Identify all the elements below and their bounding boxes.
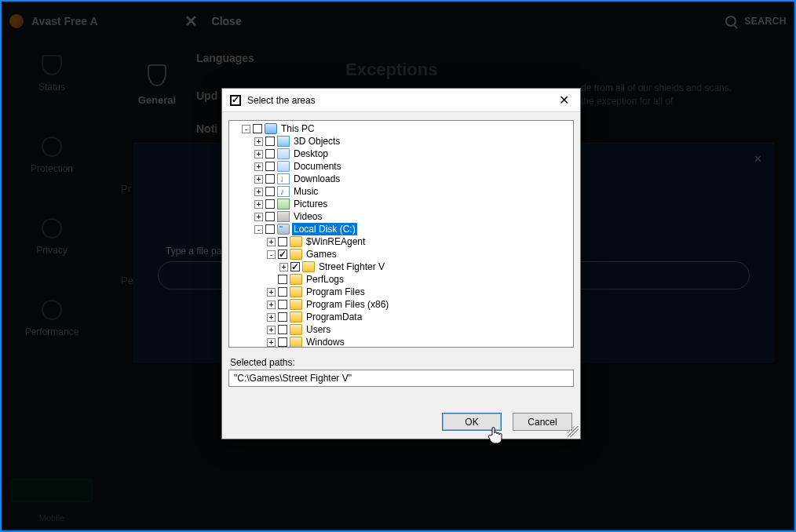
expand-icon[interactable]: + (267, 288, 276, 297)
expand-icon[interactable]: + (254, 137, 263, 146)
app-logo-icon (9, 14, 24, 28)
rail-item-performance[interactable]: Performance (2, 286, 102, 344)
tree-node-documents[interactable]: + Documents (231, 160, 573, 173)
checkbox[interactable] (253, 124, 262, 133)
ok-button[interactable]: OK (442, 413, 502, 431)
folder-icon (277, 148, 290, 159)
rail-label: Privacy (2, 245, 102, 256)
rail-item-privacy[interactable]: Privacy (2, 204, 102, 262)
folder-icon (277, 136, 290, 147)
page-desc: de from all of our shields and scans. th… (581, 82, 785, 108)
checkbox[interactable] (265, 199, 275, 209)
tree-node-3d-objects[interactable]: + 3D Objects (231, 135, 573, 148)
performance-icon (42, 300, 62, 320)
cancel-button[interactable]: Cancel (513, 413, 572, 431)
checkbox[interactable] (278, 300, 287, 309)
resize-grip-icon[interactable] (568, 426, 579, 437)
expand-icon[interactable]: + (279, 263, 288, 271)
selected-paths-label: Selected paths: (230, 357, 295, 368)
checkbox[interactable] (278, 325, 287, 334)
checkbox[interactable] (265, 149, 275, 159)
spacer (267, 275, 276, 284)
folder-icon (290, 337, 302, 347)
tree-node-videos[interactable]: + Videos (231, 210, 573, 223)
selected-paths-field[interactable]: "C:\Games\Street Fighter V" (228, 370, 574, 387)
rail-promo-button[interactable] (11, 479, 93, 502)
expand-icon[interactable]: + (267, 301, 276, 309)
expand-icon[interactable]: + (254, 188, 263, 196)
tree-label: Games (305, 248, 338, 261)
collapse-icon[interactable]: - (254, 225, 263, 234)
expand-icon[interactable]: + (254, 200, 263, 209)
checkbox[interactable] (278, 287, 287, 297)
tree-label: $WinREAgent (305, 235, 367, 248)
expand-icon[interactable]: + (267, 338, 276, 347)
selected-paths-value: "C:\Games\Street Fighter V" (234, 373, 352, 384)
tree-label: Program Files (305, 286, 367, 298)
tree-node-program-files[interactable]: + Program Files (231, 286, 573, 298)
checkbox[interactable] (265, 212, 275, 221)
expand-icon[interactable]: + (267, 238, 276, 246)
checkbox[interactable] (265, 224, 275, 234)
dialog-checkbox-icon (230, 95, 241, 106)
expand-icon[interactable]: + (267, 313, 276, 322)
search-button[interactable]: SEARCH (725, 16, 787, 27)
close-button[interactable]: ✕ Close (184, 12, 242, 31)
sidebar-item-general[interactable]: General (102, 41, 212, 106)
tree-node-local-disk-c[interactable]: - Local Disk (C:) (231, 223, 573, 235)
select-areas-dialog: Select the areas ✕ - This PC + 3 (221, 88, 581, 439)
rail-item-status[interactable]: Status (2, 41, 102, 99)
tree-node-games[interactable]: - Games (231, 248, 573, 261)
sidebar-sub-p1[interactable]: Pr (102, 178, 137, 199)
tree-label: Program Files (x86) (305, 298, 390, 311)
tree-node-program-files-x86[interactable]: + Program Files (x86) (231, 298, 573, 311)
expand-icon[interactable]: + (254, 150, 263, 159)
close-label: Close (212, 15, 242, 27)
sidebar-sub-p2[interactable]: Per (102, 270, 137, 291)
tree-node-music[interactable]: + Music (231, 185, 573, 198)
tree-node-this-pc[interactable]: - This PC (231, 122, 573, 135)
checkbox-checked[interactable] (278, 250, 287, 259)
expand-icon[interactable]: + (254, 175, 263, 184)
dialog-close-icon[interactable]: ✕ (556, 93, 572, 107)
checkbox[interactable] (278, 337, 287, 347)
panel-close-icon[interactable]: ✕ (754, 153, 762, 165)
checkbox[interactable] (278, 275, 287, 284)
tree-node-users[interactable]: + Users (231, 323, 573, 336)
tree-node-street-fighter-v[interactable]: + Street Fighter V (231, 261, 573, 273)
titlebar: Avast Free A ✕ Close SEARCH (9, 9, 787, 33)
rail-item-mobile[interactable]: Mobile (2, 513, 102, 523)
tree-node-desktop[interactable]: + Desktop (231, 148, 573, 160)
pictures-icon (277, 199, 290, 210)
collapse-icon[interactable]: - (267, 250, 276, 259)
checkbox[interactable] (278, 312, 287, 322)
protection-icon (42, 137, 62, 157)
tree-node-downloads[interactable]: + Downloads (231, 173, 573, 185)
checkbox-checked[interactable] (290, 262, 300, 271)
privacy-icon (42, 218, 62, 239)
tab-languages[interactable]: Languages (196, 49, 794, 67)
folder-tree-scroll[interactable]: - This PC + 3D Objects + (229, 121, 573, 347)
tree-label: Desktop (292, 148, 330, 160)
checkbox[interactable] (265, 137, 275, 146)
rail-item-protection[interactable]: Protection (2, 122, 102, 180)
tree-node-programdata[interactable]: + ProgramData (231, 311, 573, 323)
tree-label: Pictures (292, 198, 329, 210)
checkbox[interactable] (265, 162, 275, 171)
expand-icon[interactable]: + (267, 326, 276, 334)
dialog-title: Select the areas (247, 95, 316, 106)
tree-label: Street Fighter V (317, 261, 386, 273)
tree-node-windows[interactable]: + Windows (231, 336, 573, 347)
tree-node-winreagent[interactable]: + $WinREAgent (231, 235, 573, 248)
checkbox[interactable] (265, 174, 275, 184)
page-title: Exceptions (345, 60, 437, 80)
checkbox[interactable] (265, 187, 275, 196)
tree-node-perflogs[interactable]: PerfLogs (231, 273, 573, 286)
collapse-icon[interactable]: - (242, 125, 250, 133)
expand-icon[interactable]: + (254, 213, 263, 221)
tree-node-pictures[interactable]: + Pictures (231, 198, 573, 210)
expand-icon[interactable]: + (254, 162, 263, 171)
status-icon (42, 55, 62, 75)
dialog-titlebar[interactable]: Select the areas ✕ (222, 89, 580, 112)
checkbox[interactable] (278, 237, 287, 246)
